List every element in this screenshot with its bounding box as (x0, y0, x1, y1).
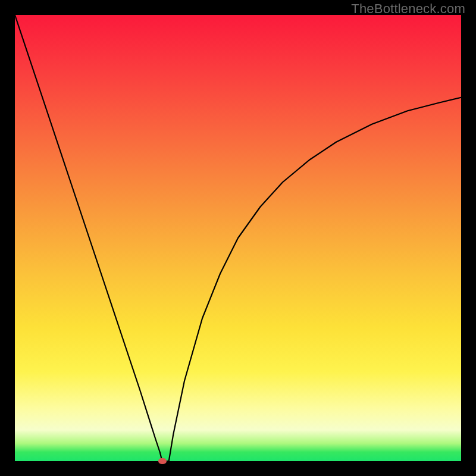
plot-area (15, 15, 461, 461)
bottleneck-curve (15, 15, 461, 461)
chart-container: TheBottleneck.com (0, 0, 476, 476)
